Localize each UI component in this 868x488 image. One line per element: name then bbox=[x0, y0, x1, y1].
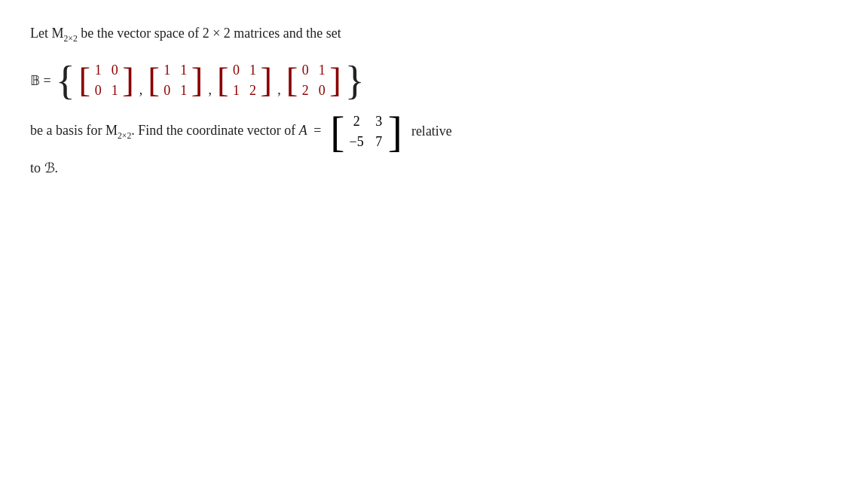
bracket-right-2: ] bbox=[191, 63, 203, 98]
subscript-m2: 2×2 bbox=[118, 131, 131, 141]
to-b-line: to ℬ. bbox=[30, 160, 838, 176]
a-matrix: [ 2 3 −5 7 ] bbox=[330, 110, 402, 154]
matrix-3: [ 0 1 1 2 ] bbox=[217, 59, 272, 101]
bracket-left-3: [ bbox=[217, 63, 229, 98]
m3-r2c2: 2 bbox=[249, 81, 258, 99]
equals-sign: = bbox=[313, 123, 321, 138]
m1-r2c2: 1 bbox=[110, 81, 119, 99]
m2-r1c1: 1 bbox=[163, 61, 172, 79]
m4-r2c1: 2 bbox=[301, 81, 310, 99]
m4-r1c1: 0 bbox=[301, 61, 310, 79]
basis-line: 𝔹 = { [ 1 0 0 1 ] , [ 1 1 0 1 ] , [ 0 1 … bbox=[30, 59, 838, 101]
curly-open: { bbox=[56, 60, 75, 101]
m4-r2c2: 0 bbox=[317, 81, 326, 99]
relative-text: relative bbox=[411, 124, 452, 139]
matrix-4-content: 0 1 2 0 bbox=[298, 59, 329, 101]
am-r1c2: 3 bbox=[374, 112, 384, 130]
m4-r1c2: 1 bbox=[317, 61, 326, 79]
coord-line: be a basis for M2×2. Find the coordinate… bbox=[30, 110, 838, 154]
subscript-m: 2×2 bbox=[64, 34, 78, 44]
matrix-1: [ 1 0 0 1 ] bbox=[79, 59, 134, 101]
m1-r2c1: 0 bbox=[93, 81, 102, 99]
m3-r2c1: 1 bbox=[232, 81, 241, 99]
intro-rest: be the vector space of 2 × 2 matrices an… bbox=[81, 26, 341, 41]
basis-for-text: be a basis for M2×2. Find the coordinate… bbox=[30, 123, 324, 141]
m2-r2c2: 1 bbox=[179, 81, 188, 99]
bracket-right-3: ] bbox=[261, 63, 273, 98]
matrix-3-content: 0 1 1 2 bbox=[229, 59, 261, 101]
basis-label: 𝔹 = bbox=[30, 72, 51, 89]
a-bracket-right: ] bbox=[388, 110, 402, 154]
matrix-2: [ 1 1 0 1 ] bbox=[148, 59, 203, 101]
comma-1: , bbox=[139, 82, 143, 101]
m2-r1c2: 1 bbox=[179, 61, 188, 79]
a-matrix-content: 2 3 −5 7 bbox=[345, 111, 388, 152]
comma-3: , bbox=[277, 82, 281, 101]
am-r2c2: 7 bbox=[374, 133, 384, 151]
comma-2: , bbox=[208, 82, 212, 101]
intro-line: Let M2×2 be the vector space of 2 × 2 ma… bbox=[30, 23, 838, 46]
a-bracket-left: [ bbox=[330, 110, 344, 154]
bracket-right-4: ] bbox=[329, 63, 341, 98]
am-r2c1: −5 bbox=[350, 133, 364, 151]
matrix-4: [ 0 1 2 0 ] bbox=[286, 59, 341, 101]
bracket-left-2: [ bbox=[148, 63, 160, 98]
a-label: A bbox=[299, 123, 307, 138]
matrix-1-content: 1 0 0 1 bbox=[90, 59, 122, 101]
m3-r1c2: 1 bbox=[249, 61, 258, 79]
curly-close: } bbox=[345, 60, 365, 101]
to-b-text: to ℬ. bbox=[30, 160, 58, 175]
bracket-right-1: ] bbox=[122, 63, 134, 98]
bracket-left-4: [ bbox=[286, 63, 298, 98]
am-r1c1: 2 bbox=[350, 112, 364, 130]
matrix-2-content: 1 1 0 1 bbox=[160, 59, 191, 101]
m2-r2c1: 0 bbox=[163, 81, 172, 99]
m3-r1c1: 0 bbox=[232, 61, 241, 79]
bracket-left-1: [ bbox=[79, 63, 91, 98]
m1-r1c2: 0 bbox=[110, 61, 119, 79]
m1-r1c1: 1 bbox=[93, 61, 102, 79]
